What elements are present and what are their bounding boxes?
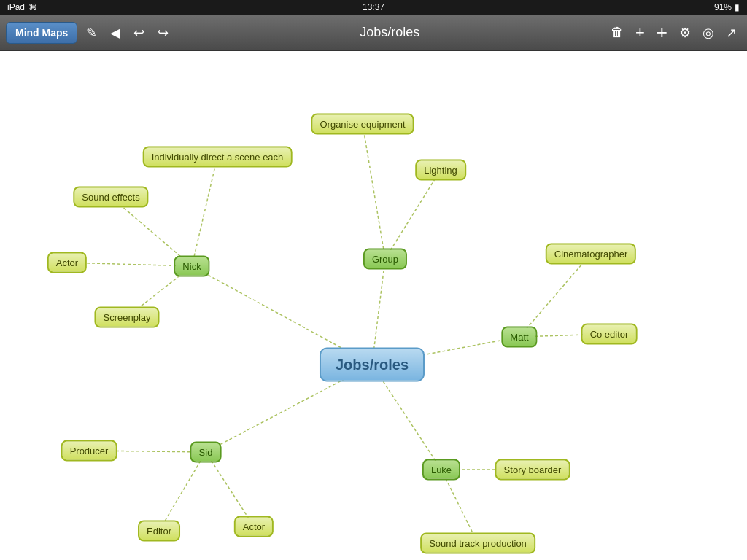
trash-icon: 🗑 [611,25,624,40]
battery-level: 91% [714,2,732,12]
node-organise[interactable]: Organise equipment [311,114,414,135]
undo-button[interactable]: ↩ [129,22,149,44]
status-bar: iPad ⌘ 13:37 91% ▮ [0,0,747,15]
svg-line-9 [363,124,385,259]
node-producer[interactable]: Producer [61,440,117,462]
settings-icon: ⚙ [679,25,691,41]
battery-icon: ▮ [735,2,740,12]
media-icon: ◎ [703,25,714,41]
delete-button[interactable]: 🗑 [606,22,628,43]
media-button[interactable]: ◎ [698,22,719,44]
redo-button[interactable]: ↪ [153,22,173,44]
share-icon: ↗ [726,25,737,41]
node-co_editor[interactable]: Co editor [581,324,638,345]
node-lighting[interactable]: Lighting [415,160,466,181]
time-display: 13:37 [363,2,384,12]
node-editor[interactable]: Editor [138,521,180,542]
svg-line-10 [385,170,441,259]
add-small-button[interactable]: + [631,20,649,45]
share-button[interactable]: ↗ [721,22,741,44]
toolbar-right-actions: 🗑 + + ⚙ ◎ ↗ [606,18,741,47]
settings-button[interactable]: ⚙ [675,22,695,44]
svg-line-14 [159,452,206,531]
add-large-button[interactable]: + [652,18,672,47]
wifi-icon: ⌘ [28,2,37,12]
node-soundtrack[interactable]: Sound track production [420,533,535,554]
edit-button[interactable]: ✎ [82,22,101,44]
mind-map-canvas[interactable]: Jobs/rolesNickGroupMattSidLukeSound effe… [0,51,747,560]
node-cinematographer[interactable]: Cinematographer [546,244,636,265]
mind-maps-button[interactable]: Mind Maps [6,22,77,44]
node-actor_nick[interactable]: Actor [47,252,87,273]
add-large-icon: + [657,21,667,44]
node-group[interactable]: Group [363,249,407,270]
node-sid[interactable]: Sid [190,442,222,463]
node-screenplay[interactable]: Screenplay [94,307,159,328]
back-button[interactable]: ◀ [106,22,125,44]
device-name: iPad [7,2,25,12]
toolbar: Mind Maps ✎ ◀ ↩ ↪ Jobs/roles 🗑 + + ⚙ ◎ ↗ [0,15,747,51]
back-icon: ◀ [110,25,120,41]
node-actor_sid[interactable]: Actor [234,516,274,537]
node-center[interactable]: Jobs/roles [320,348,425,382]
node-matt[interactable]: Matt [501,327,537,348]
add-small-icon: + [635,23,645,42]
edit-icon: ✎ [86,25,97,41]
node-nick[interactable]: Nick [174,256,209,277]
node-story_boarder[interactable]: Story boarder [495,459,570,481]
svg-line-8 [192,157,217,266]
node-sound_effects[interactable]: Sound effects [73,187,148,208]
undo-icon: ↩ [133,25,144,41]
node-individually[interactable]: Individually direct a scene each [143,147,293,168]
svg-line-11 [519,254,591,337]
node-luke[interactable]: Luke [422,459,460,481]
document-title: Jobs/roles [177,25,602,40]
redo-icon: ↪ [158,25,169,41]
